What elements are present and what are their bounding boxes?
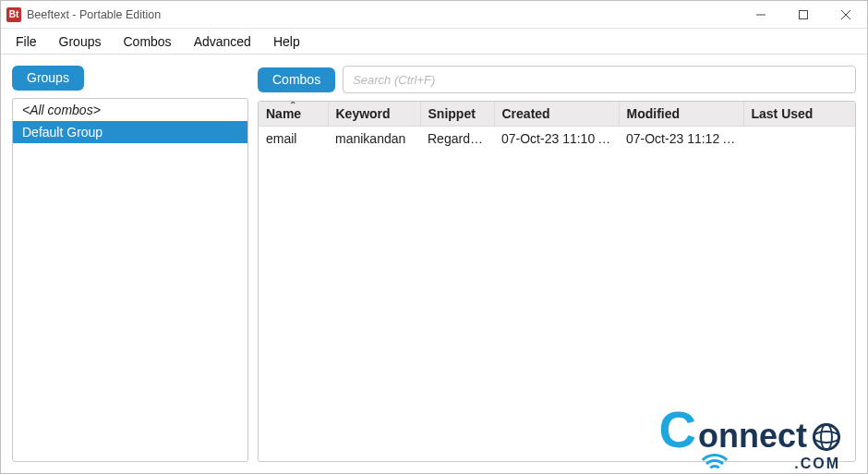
col-header-keyword[interactable]: Keyword (328, 102, 420, 127)
app-icon: Bt (6, 7, 21, 22)
col-header-name[interactable]: ⌃ Name (259, 102, 328, 127)
cell-name: email (259, 127, 328, 152)
group-default[interactable]: Default Group (13, 121, 247, 143)
combos-toolbar: Combos (258, 66, 856, 93)
col-header-created[interactable]: Created (494, 102, 619, 127)
combos-table-container: ⌃ Name Keyword Snippet Created Modified … (258, 101, 856, 462)
menu-file[interactable]: File (5, 31, 48, 52)
maximize-button[interactable] (782, 1, 825, 29)
search-input[interactable] (343, 66, 856, 93)
menu-advanced[interactable]: Advanced (183, 31, 262, 52)
cell-snippet: Regards... (420, 127, 494, 152)
titlebar: Bt Beeftext - Portable Edition (1, 1, 867, 29)
cell-keyword: manikandan (328, 127, 420, 152)
col-header-modified[interactable]: Modified (619, 102, 743, 127)
close-button[interactable] (825, 1, 867, 29)
groups-button[interactable]: Groups (12, 66, 84, 91)
cell-lastused (743, 127, 855, 152)
group-all-combos[interactable]: <All combos> (13, 99, 247, 121)
menu-combos[interactable]: Combos (112, 31, 182, 52)
minimize-button[interactable] (740, 1, 782, 29)
content-area: Groups <All combos> Default Group Combos… (1, 55, 867, 473)
cell-modified: 07-Oct-23 11:12 AM (619, 127, 743, 152)
groups-pane: Groups <All combos> Default Group (12, 66, 248, 462)
menu-help[interactable]: Help (262, 31, 311, 52)
menubar: File Groups Combos Advanced Help (1, 29, 867, 55)
col-header-lastused[interactable]: Last Used (743, 102, 855, 127)
col-header-snippet[interactable]: Snippet (420, 102, 494, 127)
cell-created: 07-Oct-23 11:10 AM (494, 127, 619, 152)
combos-table: ⌃ Name Keyword Snippet Created Modified … (259, 102, 855, 151)
window-title: Beeftext - Portable Edition (27, 8, 161, 21)
combos-button[interactable]: Combos (258, 67, 335, 92)
combos-pane: Combos ⌃ Name Keyword Snippet Created (258, 66, 856, 462)
app-window: Bt Beeftext - Portable Edition File Grou… (0, 0, 868, 474)
table-row[interactable]: email manikandan Regards... 07-Oct-23 11… (259, 127, 855, 152)
menu-groups[interactable]: Groups (48, 31, 113, 52)
sort-ascending-icon: ⌃ (289, 101, 296, 110)
svg-rect-1 (800, 10, 808, 18)
groups-list: <All combos> Default Group (12, 98, 248, 462)
window-controls (740, 1, 867, 29)
